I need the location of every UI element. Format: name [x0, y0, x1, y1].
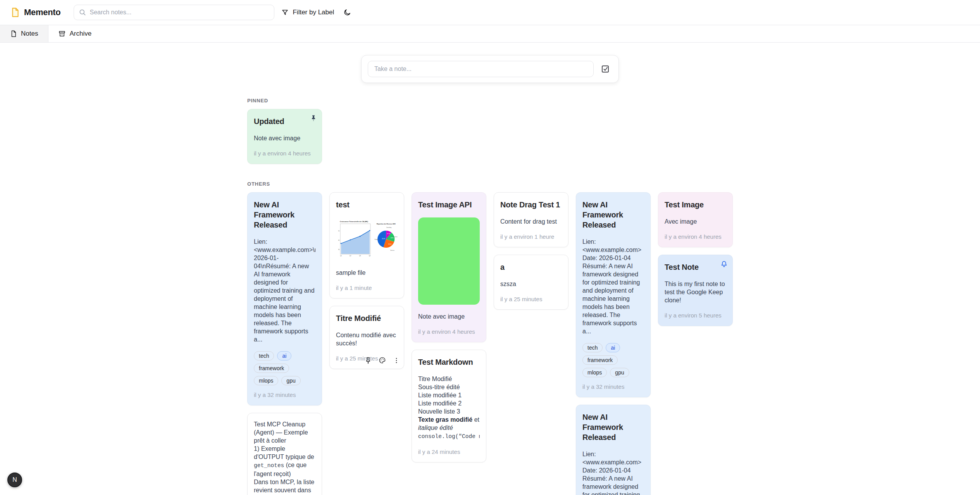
green-image-attachment[interactable]: [418, 217, 480, 305]
note-card-test-note[interactable]: Test Note This is my first note to test …: [658, 255, 733, 326]
reminder-bell-icon[interactable]: [720, 260, 728, 269]
note-card-updated[interactable]: Updated Note avec image il y a environ 4…: [247, 109, 322, 164]
label-chip[interactable]: ai: [277, 351, 291, 360]
tab-bar: Notes Archive: [0, 25, 980, 43]
svg-text:Services: Services: [390, 250, 394, 251]
dots-vertical-icon: [393, 357, 400, 364]
note-card-new-ai-framework-3[interactable]: New AI Framework Released Lien: <www.exa…: [576, 405, 651, 495]
search-input[interactable]: [74, 5, 274, 20]
note-card-titre-modifie[interactable]: Titre Modifié Contenu modifié avec succè…: [329, 306, 404, 369]
svg-text:45.4%: 45.4%: [382, 238, 385, 240]
moon-icon: [343, 9, 351, 16]
note-title: New AI Framework Released: [582, 200, 626, 230]
note-body: Lien: <www.example.com>\nDate: 2026-01-0…: [254, 238, 315, 343]
label-chip[interactable]: mlops: [582, 368, 607, 377]
filter-funnel-icon: [281, 9, 289, 16]
others-grid: New AI Framework Released Lien: <www.exa…: [247, 192, 733, 495]
note-image-attachments[interactable]: Croissance Trimestrielle du CA (M€) Q1 Q…: [336, 217, 398, 261]
search-icon: [79, 9, 86, 16]
note-body: Note avec image: [418, 312, 480, 321]
grid-column-1: New AI Framework Released Lien: <www.exa…: [247, 192, 322, 495]
label-chip[interactable]: tech: [582, 343, 603, 352]
label-chip[interactable]: gpu: [281, 376, 300, 385]
label-chip[interactable]: ai: [606, 343, 620, 352]
note-title: Note Drag Test 1: [500, 200, 562, 210]
note-body: Content for drag test: [500, 217, 562, 226]
dev-overlay-button[interactable]: N: [7, 473, 22, 487]
svg-text:50: 50: [338, 230, 340, 232]
label-chip[interactable]: gpu: [610, 368, 629, 377]
svg-text:Q2: Q2: [350, 255, 351, 257]
grid-column-4: Note Drag Test 1 Content for drag test i…: [494, 192, 568, 310]
grid-column-2: test Croissance Trimestrielle du CA (M€)…: [329, 192, 404, 369]
note-title: Titre Modifié: [336, 313, 398, 323]
label-chip[interactable]: mlops: [254, 376, 278, 385]
note-title: Updated: [254, 116, 315, 126]
note-body: Lien: <www.example.com> Date: 2026-01-04…: [582, 450, 644, 495]
app-title: Memento: [24, 7, 60, 17]
svg-text:25.0%: 25.0%: [388, 243, 391, 245]
pin-outline-icon: [365, 357, 372, 364]
note-card-note-drag-test-1[interactable]: Note Drag Test 1 Content for drag test i…: [494, 192, 568, 247]
note-timestamp: il y a 32 minutes: [254, 392, 315, 398]
pin-filled-icon[interactable]: [310, 115, 317, 123]
label-chip[interactable]: framework: [254, 364, 289, 373]
note-card-test-mcp-cleanup[interactable]: Test MCP Cleanup (Agent) — Exemple prêt …: [247, 413, 322, 495]
area-chart-thumbnail: Croissance Trimestrielle du CA (M€) Q1 Q…: [336, 217, 372, 261]
svg-text:Q4: Q4: [369, 255, 371, 257]
note-card-a[interactable]: a szsza il y a 25 minutes: [494, 255, 568, 310]
note-body: This is my first note to test the Google…: [665, 280, 726, 304]
note-body: sample file: [336, 269, 398, 277]
theme-toggle-button[interactable]: [341, 6, 353, 19]
tab-notes[interactable]: Notes: [0, 25, 48, 42]
note-body: szsza: [500, 280, 562, 288]
note-body: Test MCP Cleanup (Agent) — Exemple prêt …: [254, 420, 315, 495]
note-title: Test Note: [665, 262, 726, 272]
pinned-grid: Updated Note avec image il y a environ 4…: [247, 109, 733, 164]
svg-text:Répartition des Revenus 2025: Répartition des Revenus 2025: [376, 223, 395, 225]
note-card-test[interactable]: test Croissance Trimestrielle du CA (M€)…: [329, 192, 404, 298]
filter-by-label-text: Filter by Label: [293, 9, 334, 16]
label-chip[interactable]: tech: [254, 351, 274, 360]
svg-text:30: 30: [338, 249, 340, 250]
note-timestamp: il y a 32 minutes: [582, 383, 644, 390]
archive-icon: [59, 30, 65, 37]
palette-icon: [379, 357, 386, 364]
document-logo-icon: [10, 7, 20, 17]
new-checklist-button[interactable]: [598, 62, 612, 76]
svg-text:Q1: Q1: [340, 255, 342, 257]
note-title: Test Markdown: [418, 357, 480, 367]
note-title: a: [500, 262, 562, 272]
note-card-new-ai-framework-2[interactable]: New AI Framework Released Lien: <www.exa…: [576, 192, 651, 397]
note-hover-actions: [364, 356, 401, 365]
note-timestamp: il y a 25 minutes: [500, 296, 562, 302]
note-color-button[interactable]: [378, 356, 387, 365]
tab-notes-label: Notes: [21, 30, 38, 38]
search-box: [74, 5, 274, 20]
pin-note-button[interactable]: [364, 356, 372, 365]
note-timestamp: il y a 1 minute: [336, 285, 398, 291]
note-card-new-ai-framework-1[interactable]: New AI Framework Released Lien: <www.exa…: [247, 192, 322, 405]
note-card-test-image[interactable]: Test Image Avec image il y a environ 4 h…: [658, 192, 733, 247]
note-body: Titre ModifiéSous-titre éditéListe modif…: [418, 375, 480, 441]
note-title: New AI Framework Released: [582, 412, 626, 442]
grid-column-6: Test Image Avec image il y a environ 4 h…: [658, 192, 733, 326]
note-card-test-image-api[interactable]: Test Image API Note avec image il y a en…: [412, 192, 486, 342]
tab-archive[interactable]: Archive: [48, 25, 102, 42]
take-note-input[interactable]: [368, 61, 594, 77]
note-title: test: [336, 200, 398, 210]
note-body: Contenu modifié avec succès!: [336, 331, 398, 347]
note-title: New AI Framework Released: [254, 200, 297, 230]
note-body: Note avec image: [254, 134, 315, 142]
filter-by-label-button[interactable]: Filter by Label: [281, 9, 334, 16]
svg-text:Croissance Trimestrielle du CA: Croissance Trimestrielle du CA (M€): [340, 221, 368, 222]
svg-text:Licences: Licences: [393, 236, 398, 238]
tab-archive-label: Archive: [69, 30, 91, 38]
grid-column-5: New AI Framework Released Lien: <www.exa…: [576, 192, 651, 495]
note-timestamp: il y a environ 4 heures: [418, 328, 480, 335]
note-card-test-markdown[interactable]: Test Markdown Titre ModifiéSous-titre éd…: [412, 350, 486, 462]
label-chip[interactable]: framework: [582, 355, 618, 365]
svg-text:18.9%: 18.9%: [390, 237, 394, 239]
note-timestamp: il y a environ 4 heures: [254, 150, 315, 157]
note-more-menu-button[interactable]: [392, 356, 401, 365]
